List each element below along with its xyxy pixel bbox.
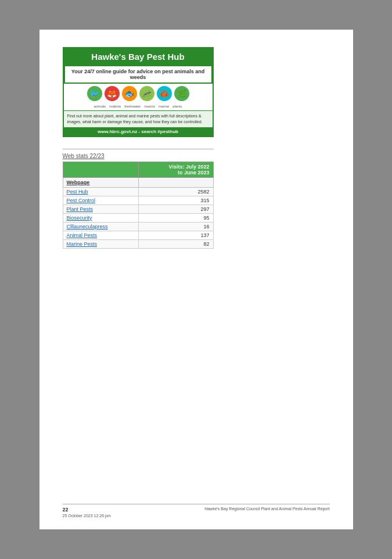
freshwater-icon: 🐟	[122, 86, 137, 101]
table-header-row: Visits: July 2022 to June 2023	[63, 162, 213, 177]
row-visits-value: 82	[138, 239, 213, 248]
table-row: Biosecurity95	[63, 213, 213, 222]
label-rodents: rodents	[109, 105, 121, 108]
table-row: Clllauneculapress16	[63, 222, 213, 231]
row-webpage-name[interactable]: Clllauneculapress	[63, 222, 138, 231]
row-webpage-name[interactable]: Marine Pests	[63, 239, 138, 248]
col-visits-header: Visits: July 2022 to June 2023	[138, 162, 213, 177]
table-row: Pest Control315	[63, 196, 213, 205]
stats-table: Visits: July 2022 to June 2023 Webpage P…	[63, 162, 214, 249]
label-plants: plants	[172, 105, 182, 108]
stats-table-body: Pest Hub2582Pest Control315Plant Pests29…	[63, 187, 213, 248]
table-subheader-row: Webpage	[63, 177, 213, 187]
plant-icon: 🌿	[174, 86, 189, 101]
label-freshwater: freshwater	[124, 105, 141, 108]
rodent-icon: 🦊	[105, 86, 120, 101]
label-insects: insects	[144, 105, 155, 108]
page: Hawke's Bay Pest Hub Your 24/7 online gu…	[39, 30, 353, 529]
row-webpage-name[interactable]: Pest Control	[63, 196, 138, 205]
col-webpage-header	[63, 162, 138, 177]
banner-url: www.hbrc.govt.nz - search #pesthub	[64, 127, 213, 136]
footer-left: 22 25 October 2023 12:26 pm	[63, 507, 111, 518]
table-row: Plant Pests297	[63, 205, 213, 213]
subheader-visits	[138, 177, 213, 187]
banner-title: Hawke's Bay Pest Hub	[64, 48, 213, 65]
table-row: Animal Pests137	[63, 231, 213, 239]
insect-icon: 🦟	[139, 86, 154, 101]
page-number: 22	[63, 507, 111, 513]
row-webpage-name[interactable]: Plant Pests	[63, 205, 138, 213]
table-row: Pest Hub2582	[63, 187, 213, 196]
marine-icon: 🦀	[157, 86, 172, 101]
row-visits-value: 137	[138, 231, 213, 239]
footer-date: 25 October 2023 12:26 pm	[63, 514, 111, 518]
footer-right: Hawke's Bay Regional Council Plant and A…	[204, 507, 329, 511]
row-webpage-name[interactable]: Biosecurity	[63, 213, 138, 222]
footer: 22 25 October 2023 12:26 pm Hawke's Bay …	[63, 504, 330, 518]
footer-report-title: Hawke's Bay Regional Council Plant and A…	[204, 507, 329, 511]
label-marine: marine	[159, 105, 169, 108]
row-webpage-name[interactable]: Animal Pests	[63, 231, 138, 239]
webstats-title: Web stats 22/23	[63, 153, 330, 159]
banner-labels: animals rodents freshwater insects marin…	[64, 103, 213, 110]
table-row: Marine Pests82	[63, 239, 213, 248]
banner-subtitle: Your 24/7 online guide for advice on pes…	[64, 65, 213, 84]
label-animals: animals	[94, 105, 106, 108]
subheader-webpage: Webpage	[63, 177, 138, 187]
row-webpage-name[interactable]: Pest Hub	[63, 187, 138, 196]
row-visits-value: 95	[138, 213, 213, 222]
divider	[63, 149, 214, 149]
row-visits-value: 16	[138, 222, 213, 231]
pest-hub-banner: Hawke's Bay Pest Hub Your 24/7 online gu…	[63, 47, 214, 137]
banner-description: Find out more about plant, animal and ma…	[64, 110, 213, 127]
row-visits-value: 315	[138, 196, 213, 205]
animal-icon: 🐦	[87, 86, 102, 101]
banner-icons: 🐦 🦊 🐟 🦟 🦀 🌿	[64, 84, 213, 103]
row-visits-value: 2582	[138, 187, 213, 196]
row-visits-value: 297	[138, 205, 213, 213]
